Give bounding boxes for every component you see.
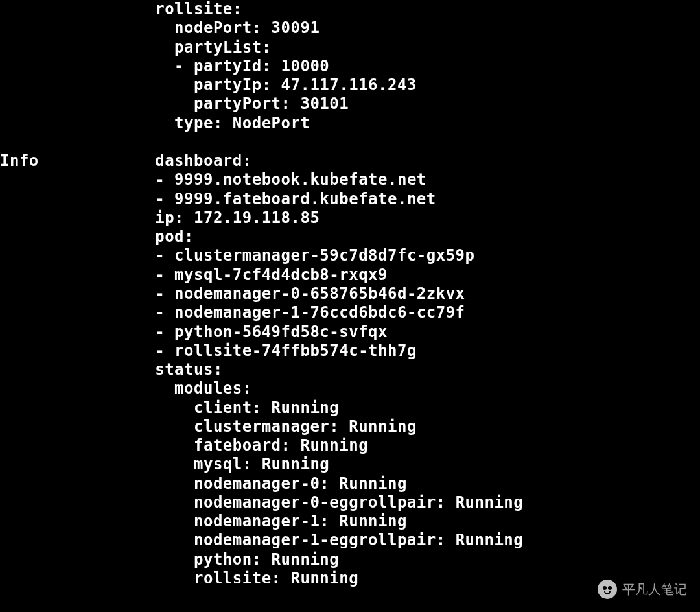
partyip-line: partyIp: 47.117.116.243 — [0, 76, 417, 94]
watermark: 平凡人笔记 — [598, 580, 687, 599]
pod-item-3: - nodemanager-1-76ccd6bdc6-cc79f — [0, 303, 465, 322]
status-label: status: — [0, 360, 223, 379]
pod-item-2: - nodemanager-0-658765b46d-2zkvx — [0, 285, 465, 303]
dashboard-label: dashboard: — [39, 152, 252, 170]
pod-item-5: - rollsite-74ffbb574c-thh7g — [0, 342, 417, 360]
watermark-text: 平凡人笔记 — [622, 582, 687, 597]
terminal-output: rollsite: nodePort: 30091 partyList: - p… — [0, 0, 700, 588]
module-item-8: python: Running — [0, 550, 339, 569]
partyid-line: - partyId: 10000 — [0, 57, 329, 75]
module-item-2: fateboard: Running — [0, 436, 368, 454]
partyport-line: partyPort: 30101 — [0, 95, 349, 113]
wechat-icon — [598, 580, 617, 599]
dashboard-item-1: - 9999.fateboard.kubefate.net — [0, 190, 436, 208]
module-item-0: client: Running — [0, 399, 339, 417]
module-item-4: nodemanager-0: Running — [0, 475, 407, 493]
pod-item-1: - mysql-7cf4d4dcb8-rxqx9 — [0, 266, 388, 284]
nodeport-line: nodePort: 30091 — [0, 19, 320, 37]
module-item-1: clustermanager: Running — [0, 418, 417, 436]
module-item-7: nodemanager-1-eggrollpair: Running — [0, 531, 523, 549]
pod-item-0: - clustermanager-59c7d8d7fc-gx59p — [0, 246, 475, 265]
modules-label: modules: — [0, 379, 252, 397]
module-item-5: nodemanager-0-eggrollpair: Running — [0, 493, 523, 512]
pod-label: pod: — [0, 228, 194, 246]
module-item-9: rollsite: Running — [0, 569, 358, 587]
info-label: Info — [0, 152, 39, 170]
pod-item-4: - python-5649fd58c-svfqx — [0, 323, 388, 341]
module-item-6: nodemanager-1: Running — [0, 512, 407, 530]
rollsite-label: rollsite: — [0, 0, 242, 18]
type-line: type: NodePort — [0, 114, 310, 132]
partylist-label: partyList: — [0, 38, 272, 56]
module-item-3: mysql: Running — [0, 455, 329, 473]
ip-line: ip: 172.19.118.85 — [0, 209, 320, 227]
dashboard-item-0: - 9999.notebook.kubefate.net — [0, 171, 426, 189]
